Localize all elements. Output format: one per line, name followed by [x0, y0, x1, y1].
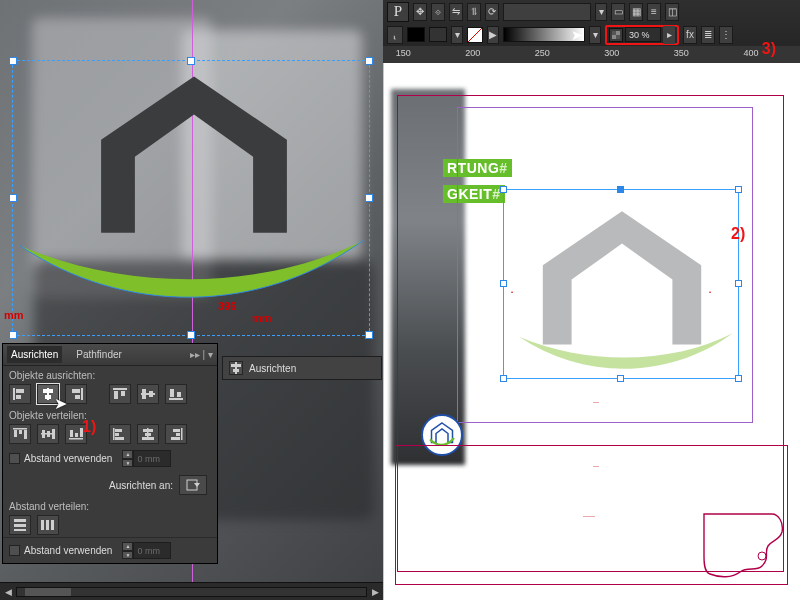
- tab-pathfinder[interactable]: Pathfinder: [72, 346, 126, 363]
- wrap-around-icon[interactable]: ▦: [629, 3, 643, 21]
- align-right-icon[interactable]: [65, 384, 87, 404]
- svg-point-52: [758, 552, 766, 560]
- round-logo-badge[interactable]: [421, 414, 463, 456]
- dropdown-icon[interactable]: ▾: [595, 3, 607, 21]
- svg-rect-50: [231, 364, 241, 367]
- distribute-hcenter-icon[interactable]: [137, 424, 159, 444]
- label-align-objects: Objekte ausrichten:: [9, 370, 211, 381]
- chip1-text: RTUNG: [447, 160, 499, 176]
- align-top-icon[interactable]: [109, 384, 131, 404]
- space-vertical-icon[interactable]: [9, 515, 31, 535]
- text-chip-2[interactable]: GKEIT#: [443, 185, 505, 203]
- fill-swatch[interactable]: [407, 27, 425, 42]
- svg-rect-48: [51, 520, 54, 530]
- object-style-dropdown[interactable]: [503, 3, 591, 21]
- distribute-bar-icon[interactable]: ⋮: [719, 26, 733, 44]
- stroke-swatch[interactable]: [429, 27, 447, 42]
- selection-marquee[interactable]: [12, 60, 370, 336]
- distribute-top-icon[interactable]: [9, 424, 31, 444]
- spacing-field-2[interactable]: ▲▼: [122, 542, 171, 559]
- panel-flyout-icon[interactable]: ▸▸ | ▾: [190, 349, 213, 360]
- workspace-right: P ✥ ⟐ ⇋ ⥮ ⟳ ▾ ▭ ▦ ≡ ◫ ⸤ ▾ ▶ ▾ ▸: [383, 0, 800, 600]
- swatch-dropdown-icon[interactable]: ▾: [451, 26, 463, 44]
- anchor-icon[interactable]: ✥: [413, 3, 427, 21]
- opacity-dropdown-icon[interactable]: ▸: [663, 26, 675, 44]
- svg-rect-11: [121, 391, 125, 396]
- rotate-icon[interactable]: ⟳: [485, 3, 499, 21]
- svg-rect-40: [176, 433, 180, 436]
- wrap-jump-icon[interactable]: ≡: [647, 3, 661, 21]
- bracket-icon[interactable]: ⸤: [387, 26, 403, 44]
- hash-icon: #: [492, 186, 500, 202]
- apply-last-icon[interactable]: ▶: [487, 26, 499, 44]
- spacing-input-1[interactable]: [133, 450, 171, 467]
- fx-icon[interactable]: fx: [683, 26, 697, 44]
- svg-rect-46: [41, 520, 44, 530]
- align-hcenter-icon[interactable]: [37, 384, 59, 404]
- align-panel-collapsed[interactable]: Ausrichten: [222, 356, 382, 380]
- svg-rect-26: [69, 438, 83, 440]
- link-icon[interactable]: ⟐: [431, 3, 445, 21]
- corner-options-icon[interactable]: ◫: [665, 3, 679, 21]
- transparency-checker-icon[interactable]: [609, 28, 623, 42]
- svg-rect-13: [142, 389, 146, 399]
- svg-rect-36: [145, 433, 151, 436]
- opacity-input[interactable]: [625, 27, 661, 42]
- measurement-unit-right: mm: [252, 312, 272, 324]
- align-vcenter-icon[interactable]: [137, 384, 159, 404]
- svg-rect-8: [75, 395, 80, 399]
- ruler-tick: 250: [535, 48, 550, 58]
- use-spacing-label-2: Abstand verwenden: [24, 545, 112, 556]
- wrap-none-icon[interactable]: ▭: [611, 3, 625, 21]
- distribute-left-icon[interactable]: [109, 424, 131, 444]
- flip-h-icon[interactable]: ⇋: [449, 3, 463, 21]
- svg-rect-28: [75, 433, 78, 437]
- text-chip-1[interactable]: RTUNG#: [443, 159, 512, 177]
- document-page[interactable]: RTUNG# GKEIT# • • — 2): [383, 63, 800, 600]
- ruler-tick: 400: [743, 48, 758, 58]
- flip-v-icon[interactable]: ⥮: [467, 3, 481, 21]
- no-fill-icon[interactable]: [467, 27, 483, 43]
- use-spacing-checkbox-2[interactable]: [9, 545, 20, 556]
- svg-rect-7: [72, 389, 80, 393]
- svg-rect-37: [142, 437, 154, 440]
- svg-rect-10: [114, 391, 118, 399]
- align-left-icon[interactable]: [9, 384, 31, 404]
- svg-rect-38: [181, 428, 183, 440]
- distribute-vcenter-icon[interactable]: [37, 424, 59, 444]
- use-spacing-label-1: Abstand verwenden: [24, 453, 112, 464]
- paragraph-style-icon[interactable]: P: [387, 2, 409, 22]
- align-mini-icon: [229, 361, 243, 375]
- svg-rect-20: [19, 430, 22, 434]
- margin-guides: [457, 107, 753, 423]
- align-bar-icon[interactable]: ≣: [701, 26, 715, 44]
- align-to-dropdown[interactable]: [179, 475, 207, 495]
- gradient-dropdown-icon[interactable]: ▾: [589, 26, 601, 44]
- gradient-ramp[interactable]: [503, 27, 585, 42]
- scroll-right-icon[interactable]: ▶: [367, 585, 383, 599]
- measurement-unit-left: mm: [4, 309, 24, 321]
- selection-box-small[interactable]: [503, 189, 739, 379]
- svg-rect-19: [14, 430, 17, 437]
- tab-align[interactable]: Ausrichten: [7, 346, 62, 363]
- spacing-field-1[interactable]: ▲▼: [122, 450, 171, 467]
- horizontal-scrollbar-left[interactable]: ◀ ▶: [0, 582, 383, 600]
- use-spacing-checkbox-1[interactable]: [9, 453, 20, 464]
- scroll-thumb[interactable]: [25, 588, 71, 596]
- svg-rect-25: [52, 429, 55, 439]
- spacing-input-2[interactable]: [133, 542, 171, 559]
- horizontal-ruler[interactable]: 150 200 250 300 350 400: [383, 46, 800, 63]
- svg-rect-5: [45, 395, 51, 399]
- placed-photo-blur[interactable]: [391, 89, 465, 465]
- label-distribute-objects: Objekte verteilen:: [9, 410, 211, 421]
- scroll-left-icon[interactable]: ◀: [0, 585, 16, 599]
- align-panel[interactable]: Ausrichten Pathfinder ▸▸ | ▾ Objekte aus…: [3, 344, 217, 563]
- align-panel-tabs: Ausrichten Pathfinder ▸▸ | ▾: [3, 344, 217, 366]
- hash-icon: #: [499, 160, 507, 176]
- measure-mark: •: [709, 289, 711, 295]
- space-horizontal-icon[interactable]: [37, 515, 59, 535]
- svg-rect-6: [81, 388, 83, 400]
- svg-rect-47: [46, 520, 49, 530]
- distribute-right-icon[interactable]: [165, 424, 187, 444]
- align-bottom-icon[interactable]: [165, 384, 187, 404]
